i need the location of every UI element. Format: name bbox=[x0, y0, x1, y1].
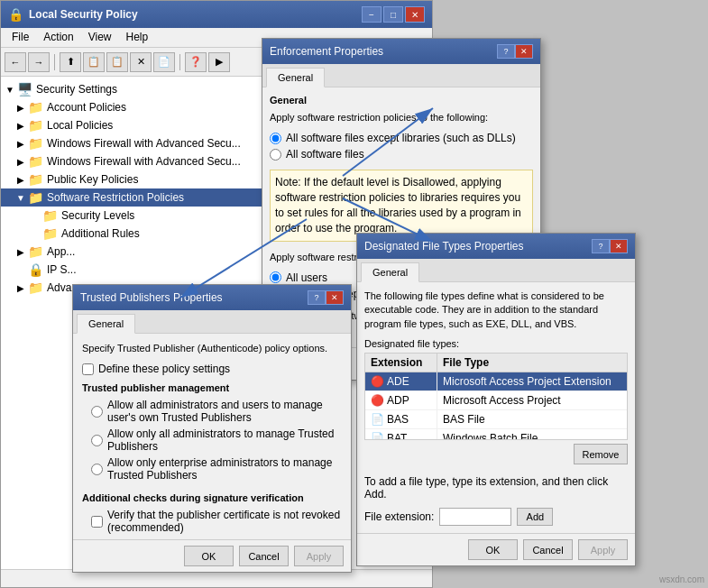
tree-label-public-key: Public Key Policies bbox=[47, 173, 138, 186]
trusted-dialog-title: Trusted Publishers Properties bbox=[80, 291, 308, 304]
trusted-help-button[interactable]: ? bbox=[308, 290, 326, 305]
tree-item-security-levels[interactable]: 📁 Security Levels bbox=[1, 207, 262, 225]
properties-button[interactable]: 📄 bbox=[153, 52, 175, 72]
filetypes-help-button[interactable]: ? bbox=[592, 239, 610, 253]
filetypes-list: 🔴ADE Microsoft Access Project Extension … bbox=[364, 372, 628, 440]
folder-icon: 📁 bbox=[28, 136, 43, 151]
enforcement-option-1b-label: All software files bbox=[286, 148, 364, 161]
filetypes-dialog-title: Designated File Types Properties bbox=[364, 240, 592, 253]
expand-icon: ▶ bbox=[15, 121, 26, 131]
delete-button[interactable]: ✕ bbox=[130, 52, 152, 72]
enforcement-close-button[interactable]: ✕ bbox=[515, 44, 533, 59]
forward-button[interactable]: → bbox=[28, 52, 50, 72]
tree-label-account-policies: Account Policies bbox=[47, 101, 126, 114]
ft-row-ade[interactable]: 🔴ADE Microsoft Access Project Extension bbox=[365, 372, 627, 391]
ft-type-bas: BAS File bbox=[437, 410, 627, 428]
export-button[interactable]: ▶ bbox=[208, 52, 230, 72]
ft-ext-adp-text: ADP bbox=[387, 394, 409, 407]
ft-ext-ade: 🔴ADE bbox=[365, 372, 437, 390]
trusted-tab-general[interactable]: General bbox=[77, 314, 135, 334]
enforcement-dialog-title-bar: Enforcement Properties ? ✕ bbox=[262, 39, 540, 64]
trusted-cancel-button[interactable]: Cancel bbox=[239, 546, 289, 566]
trusted-option-3[interactable]: Allow only enterprise administrators to … bbox=[91, 456, 342, 482]
tree-item-app-locker[interactable]: ▶ 📁 App... bbox=[1, 243, 262, 261]
filetypes-ok-button[interactable]: OK bbox=[468, 539, 518, 560]
trusted-option-2[interactable]: Allow only all administrators to manage … bbox=[91, 427, 342, 453]
tree-item-public-key[interactable]: ▶ 📁 Public Key Policies bbox=[1, 170, 262, 188]
filetypes-tab-general[interactable]: General bbox=[361, 262, 419, 282]
tree-item-account-policies[interactable]: ▶ 📁 Account Policies bbox=[1, 98, 262, 116]
tree-item-windows-firewall[interactable]: ▶ 📁 Windows Firewall with Advanced Secu.… bbox=[1, 134, 262, 152]
ft-ext-bat: 📄BAT bbox=[365, 429, 437, 440]
trusted-define-checkbox[interactable] bbox=[82, 363, 94, 375]
trusted-define-checkbox-item[interactable]: Define these policy settings bbox=[82, 363, 342, 375]
ft-row-bas[interactable]: 📄BAS BAS File bbox=[365, 410, 627, 429]
ft-ext-bat-text: BAT bbox=[387, 432, 407, 440]
expand-icon: ▶ bbox=[15, 139, 26, 149]
tree-label-app-locker: App... bbox=[47, 245, 75, 258]
maximize-button[interactable]: □ bbox=[383, 6, 403, 23]
ft-row-adp[interactable]: 🔴ADP Microsoft Access Project bbox=[365, 391, 627, 410]
trusted-ok-button[interactable]: OK bbox=[184, 546, 234, 566]
ft-extension-input[interactable] bbox=[439, 508, 511, 526]
enforcement-help-button[interactable]: ? bbox=[497, 44, 515, 59]
trusted-define-label: Define these policy settings bbox=[98, 363, 230, 375]
back-button[interactable]: ← bbox=[5, 52, 26, 72]
folder-icon: 📁 bbox=[28, 118, 43, 133]
paste-button[interactable]: 📋 bbox=[106, 52, 128, 72]
trusted-revoke-label: Verify that the publisher certificate is… bbox=[107, 509, 342, 534]
ft-field-label: File extension: bbox=[364, 510, 434, 523]
tree-item-additional-rules[interactable]: 📁 Additional Rules bbox=[1, 225, 262, 243]
expand-icon: ▶ bbox=[15, 283, 26, 293]
trusted-apply-button[interactable]: Apply bbox=[294, 546, 344, 566]
ft-row-bat[interactable]: 📄BAT Windows Batch File bbox=[365, 429, 627, 440]
title-bar-controls: − □ ✕ bbox=[362, 6, 425, 23]
ft-ext-bas-text: BAS bbox=[387, 413, 409, 426]
expand-icon: ▶ bbox=[15, 247, 26, 257]
filetypes-close-button[interactable]: ✕ bbox=[610, 239, 628, 253]
tree-label-security-levels: Security Levels bbox=[61, 209, 134, 222]
trusted-check-1[interactable]: Verify that the publisher certificate is… bbox=[91, 509, 342, 534]
tree-item-network-list[interactable]: ▶ 📁 Windows Firewall with Advanced Secu.… bbox=[1, 152, 262, 170]
ft-icon-ade: 🔴 bbox=[371, 375, 384, 388]
help-button[interactable]: ❓ bbox=[185, 52, 207, 72]
menu-file[interactable]: File bbox=[5, 30, 36, 45]
trusted-revoke-check[interactable] bbox=[91, 516, 103, 528]
trusted-dialog-footer: OK Cancel Apply bbox=[73, 539, 351, 572]
filetypes-cancel-button[interactable]: Cancel bbox=[523, 539, 573, 560]
tree-label-security-settings: Security Settings bbox=[36, 83, 117, 96]
tree-item-local-policies[interactable]: ▶ 📁 Local Policies bbox=[1, 116, 262, 134]
minimize-button[interactable]: − bbox=[362, 6, 382, 23]
remove-button[interactable]: Remove bbox=[574, 444, 628, 464]
ft-add-button[interactable]: Add bbox=[517, 508, 553, 526]
menu-action[interactable]: Action bbox=[36, 30, 80, 45]
tree-label-windows-firewall: Windows Firewall with Advanced Secu... bbox=[47, 137, 241, 150]
col-extension: Extension bbox=[365, 354, 437, 372]
ft-ext-adp: 🔴ADP bbox=[365, 391, 437, 409]
trusted-dialog-title-bar: Trusted Publishers Properties ? ✕ bbox=[73, 285, 351, 310]
close-button[interactable]: ✕ bbox=[405, 6, 425, 23]
enforcement-option-1b[interactable]: All software files bbox=[270, 148, 533, 161]
tree-item-ip-security[interactable]: 🔒 IP S... bbox=[1, 261, 262, 279]
enforcement-tab-bar: General bbox=[262, 64, 540, 87]
enforcement-tab-general[interactable]: General bbox=[266, 68, 325, 87]
trusted-close-button[interactable]: ✕ bbox=[326, 290, 344, 305]
copy-button[interactable]: 📋 bbox=[83, 52, 105, 72]
enforcement-option-1a[interactable]: All software files except libraries (suc… bbox=[270, 132, 533, 144]
folder-icon: 🖥️ bbox=[17, 82, 32, 96]
menu-help[interactable]: Help bbox=[119, 30, 156, 45]
ft-type-bat: Windows Batch File bbox=[437, 429, 627, 440]
expand-icon: ▼ bbox=[15, 193, 26, 203]
menu-view[interactable]: View bbox=[81, 30, 119, 45]
tree-label-ip-security: IP S... bbox=[47, 263, 76, 276]
trusted-option-1[interactable]: Allow all administrators and users to ma… bbox=[91, 399, 342, 424]
filetypes-apply-button[interactable]: Apply bbox=[578, 539, 628, 560]
trusted-option-1-label: Allow all administrators and users to ma… bbox=[107, 399, 342, 424]
enforcement-note-text: Note: If the default level is Disallowed… bbox=[275, 176, 521, 234]
trusted-dialog-content: Specify Trusted Publisher (Authenticode)… bbox=[73, 334, 351, 539]
folder-icon: 📁 bbox=[28, 154, 43, 169]
up-button[interactable]: ⬆ bbox=[60, 52, 81, 72]
tree-item-software-restriction[interactable]: ▼ 📁 Software Restriction Policies bbox=[1, 188, 262, 207]
tree-item-security-settings[interactable]: ▼ 🖥️ Security Settings bbox=[1, 80, 262, 98]
filetypes-dialog-title-bar: Designated File Types Properties ? ✕ bbox=[357, 234, 635, 259]
